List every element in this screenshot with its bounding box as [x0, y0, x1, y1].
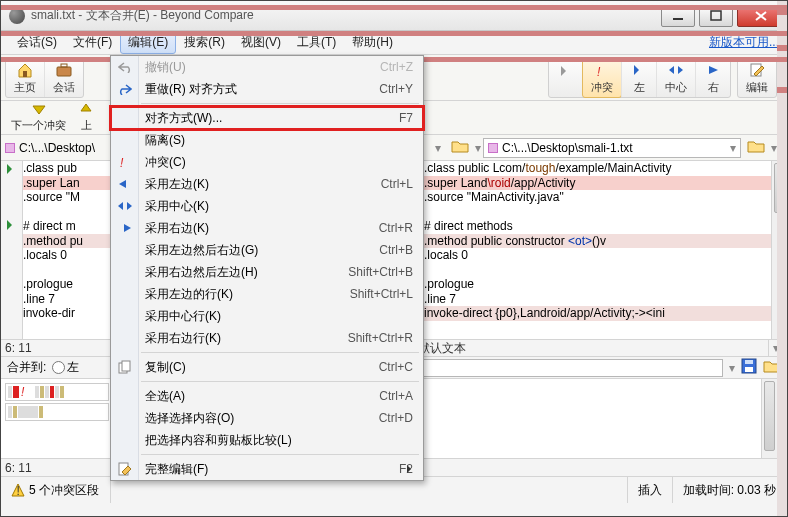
menu-item-shortcut: Ctrl+R — [379, 221, 413, 235]
code-line — [23, 263, 113, 278]
preview-cursor-pos: 6: 11 — [5, 461, 115, 475]
preview-scrollbar[interactable] — [761, 379, 777, 458]
conflict-count-cell: ! 5 个冲突区段 — [1, 477, 111, 503]
menu-separator — [141, 103, 419, 104]
takeL-icon — [116, 175, 134, 193]
menu-item[interactable]: 采用右边(K)Ctrl+R — [111, 217, 423, 239]
take-center-button[interactable]: 中心 — [656, 59, 695, 97]
conflict-label: 冲突 — [591, 80, 613, 95]
right-path-dropdown-icon[interactable]: ▾ — [730, 141, 736, 155]
conflict-filter-button[interactable]: ! 冲突 — [582, 58, 622, 98]
menu-item-label: 完整编辑(F) — [145, 461, 208, 478]
svg-text:!: ! — [120, 156, 124, 170]
menu-item[interactable]: 采用左边的行(K)Shift+Ctrl+L — [111, 283, 423, 305]
take-right-icon — [704, 61, 722, 79]
svg-rect-14 — [122, 361, 130, 371]
left-code-panel[interactable]: .class pub.super Lan.source "M# direct m… — [23, 161, 113, 339]
svg-rect-0 — [673, 18, 683, 20]
merge-to-left-radio[interactable]: 左 — [52, 359, 79, 376]
merge-path-drop-icon[interactable]: ▾ — [729, 361, 735, 375]
arrow-button-1[interactable] — [549, 59, 583, 97]
menu-item[interactable]: 重做(R) 对齐方式Ctrl+Y — [111, 78, 423, 100]
diff-marker-icon — [7, 163, 17, 177]
bang-icon: ! — [116, 153, 134, 171]
take-left-icon — [630, 61, 648, 79]
menu-item-shortcut: Ctrl+Y — [379, 82, 413, 96]
code-line: # direct m — [23, 219, 113, 234]
menu-item-shortcut: Ctrl+Z — [380, 60, 413, 74]
menu-item-label: 采用右边行(K) — [145, 330, 221, 347]
menu-item[interactable]: 完整编辑(F)F2 — [111, 458, 423, 480]
update-available-link[interactable]: 新版本可用... — [709, 34, 779, 51]
right-code-panel[interactable]: .class public Lcom/tough/example/MainAct… — [423, 161, 787, 339]
menu-item-label: 隔离(S) — [145, 132, 185, 149]
menu-item-shortcut: Ctrl+A — [379, 389, 413, 403]
paper-pencil-icon — [748, 61, 766, 79]
thumb-strip[interactable] — [5, 403, 109, 421]
code-line: .line 7 — [23, 292, 113, 307]
folder-open-icon[interactable] — [447, 139, 473, 156]
session-button[interactable]: 会话 — [44, 59, 83, 97]
conflict-thumb-icon: ! — [20, 384, 34, 401]
menu-separator — [141, 381, 419, 382]
down-arrow-red-icon — [31, 103, 47, 118]
save-icon[interactable] — [741, 358, 757, 377]
overview-strip[interactable] — [777, 1, 787, 516]
menu-item[interactable]: 采用右边然后左边(H)Shift+Ctrl+B — [111, 261, 423, 283]
folder-open-right-icon[interactable] — [747, 139, 765, 156]
code-line: invoke-dir — [23, 306, 113, 321]
menu-item-shortcut: Ctrl+D — [379, 411, 413, 425]
code-line: .super Lan — [23, 176, 113, 191]
menu-item[interactable]: !冲突(C) — [111, 151, 423, 173]
menu-item-shortcut: Ctrl+L — [381, 177, 413, 191]
menu-separator — [141, 352, 419, 353]
undo-icon — [116, 58, 134, 76]
redo-icon — [116, 80, 134, 98]
menu-item[interactable]: 复制(C)Ctrl+C — [111, 356, 423, 378]
menu-item[interactable]: 采用中心行(K) — [111, 305, 423, 327]
menu-item-label: 选择选择内容(O) — [145, 410, 234, 427]
up-button[interactable]: 上 — [76, 102, 96, 134]
insert-mode-cell: 插入 — [628, 477, 673, 503]
take-right-button[interactable]: 右 — [695, 59, 730, 97]
menu-item[interactable]: 采用中心(K) — [111, 195, 423, 217]
menu-item[interactable]: 采用右边行(K)Shift+Ctrl+R — [111, 327, 423, 349]
diff-marker-icon — [7, 219, 17, 233]
menu-item-label: 采用左边的行(K) — [145, 286, 233, 303]
edit-button[interactable]: 编辑 — [738, 59, 776, 97]
merge-output-path[interactable] — [401, 359, 723, 377]
takeC-icon — [116, 197, 134, 215]
svg-text:!: ! — [21, 385, 25, 398]
svg-rect-3 — [57, 67, 71, 76]
menu-item[interactable]: 全选(A)Ctrl+A — [111, 385, 423, 407]
menu-item-label: 撤销(U) — [145, 59, 186, 76]
left-path-marker — [5, 143, 15, 153]
menu-item[interactable]: 采用左边然后右边(G)Ctrl+B — [111, 239, 423, 261]
merge-to-label: 合并到: — [7, 359, 46, 376]
right-path-text: C:\...\Desktop\smali-1.txt — [502, 141, 633, 155]
home-button[interactable]: 主页 — [6, 59, 44, 97]
menu-item[interactable]: 隔离(S) — [111, 129, 423, 151]
copy-icon — [116, 358, 134, 376]
path-dropdown-icon[interactable]: ▾ — [429, 141, 447, 155]
thumbnail-column: ! — [1, 379, 113, 458]
menu-item[interactable]: 选择选择内容(O)Ctrl+D — [111, 407, 423, 429]
prev-conflict-button[interactable]: 下一个冲突 — [7, 102, 70, 134]
take-left-button[interactable]: 左 — [621, 59, 656, 97]
right-path-input[interactable]: C:\...\Desktop\smali-1.txt ▾ — [483, 138, 741, 158]
code-line: .source "M — [23, 190, 113, 205]
menu-item-label: 冲突(C) — [145, 154, 186, 171]
briefcase-icon — [55, 61, 73, 79]
menu-item-label: 采用左边然后右边(G) — [145, 242, 258, 259]
menu-item: 撤销(U)Ctrl+Z — [111, 56, 423, 78]
folder-drop-icon[interactable]: ▾ — [473, 141, 483, 155]
code-line: .prologue — [23, 277, 113, 292]
menu-item-shortcut: F7 — [399, 111, 413, 125]
menu-item-shortcut: Shift+Ctrl+R — [348, 331, 413, 345]
svg-rect-9 — [745, 360, 753, 364]
menu-item[interactable]: 采用左边(K)Ctrl+L — [111, 173, 423, 195]
menu-item-label: 复制(C) — [145, 359, 186, 376]
thumb-strip[interactable]: ! — [5, 383, 109, 401]
menu-item[interactable]: 对齐方式(W)...F7 — [111, 107, 423, 129]
menu-item[interactable]: 把选择内容和剪贴板比较(L) — [111, 429, 423, 451]
